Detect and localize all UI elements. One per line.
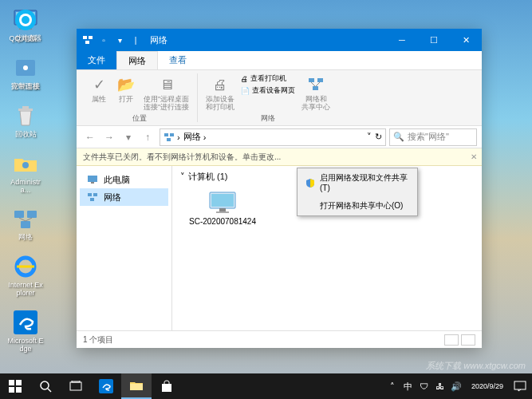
desktop-icon-ie[interactable]: Internet Explorer bbox=[6, 253, 45, 298]
qat-item[interactable]: ▫ bbox=[97, 34, 110, 46]
search-icon: 🔍 bbox=[393, 132, 404, 142]
svg-rect-11 bbox=[27, 211, 37, 218]
ribbon-group-label: 网络 bbox=[261, 113, 275, 124]
taskbar: ˄ 中 🛡 🖧 🔊 2020/9/29 bbox=[0, 373, 532, 399]
start-button[interactable] bbox=[0, 373, 30, 399]
svg-line-13 bbox=[19, 218, 26, 221]
search-button[interactable] bbox=[30, 373, 61, 399]
menu-open-center[interactable]: 打开网络和共享中心(O) bbox=[298, 196, 417, 215]
svg-rect-23 bbox=[89, 36, 93, 39]
computer-item[interactable]: SC-202007081424 bbox=[187, 191, 258, 226]
menu-enable-discovery[interactable]: 启用网络发现和文件共享(T) bbox=[298, 168, 417, 196]
desktop-icon-admin[interactable]: Administra... bbox=[6, 150, 45, 195]
ribbon-view-printers[interactable]: 🖨查看打印机 bbox=[241, 73, 295, 84]
svg-rect-48 bbox=[70, 382, 81, 390]
breadcrumb-seg[interactable]: 网络 › bbox=[183, 131, 207, 143]
svg-line-29 bbox=[316, 82, 320, 86]
tray-shield-icon[interactable]: 🛡 bbox=[419, 381, 430, 392]
ribbon-network-center[interactable]: 网络和 共享中心 bbox=[300, 73, 332, 113]
taskbar-edge[interactable] bbox=[91, 373, 121, 399]
edge-icon bbox=[12, 309, 39, 336]
svg-point-46 bbox=[41, 381, 49, 389]
breadcrumb-root[interactable]: › bbox=[164, 132, 180, 142]
desktop-icon-broadband[interactable]: 宽带连接 bbox=[6, 54, 45, 91]
network-small-icon bbox=[81, 34, 94, 46]
desktop-icon-network[interactable]: 网络 bbox=[6, 205, 45, 242]
tray-chevron-up-icon[interactable]: ˄ bbox=[387, 381, 398, 392]
svg-rect-49 bbox=[72, 381, 80, 382]
ribbon-open[interactable]: 📂 打开 bbox=[115, 73, 137, 113]
user-folder-icon bbox=[12, 150, 39, 177]
address-bar-row: ← → ▾ ↑ › 网络 › ˅ ↻ 🔍 搜索"网络" bbox=[77, 126, 482, 148]
ribbon-group-label: 位置 bbox=[132, 113, 147, 124]
info-bar-close[interactable]: ✕ bbox=[471, 152, 477, 161]
chevron-down-icon: ˅ bbox=[180, 172, 185, 182]
address-refresh[interactable]: ↻ bbox=[375, 132, 382, 142]
action-center-button[interactable] bbox=[508, 373, 532, 399]
ie-icon bbox=[12, 253, 39, 280]
ribbon-add-device[interactable]: 🖨 添加设备 和打印机 bbox=[204, 73, 236, 113]
svg-rect-24 bbox=[85, 41, 89, 44]
svg-rect-16 bbox=[14, 310, 37, 334]
svg-rect-34 bbox=[91, 182, 94, 184]
ribbon-tabs: 文件 网络 查看 bbox=[77, 51, 482, 70]
svg-rect-22 bbox=[83, 36, 87, 39]
desktop-icon-recycle-bin[interactable]: 回收站 bbox=[6, 102, 45, 139]
info-bar-text: 文件共享已关闭。看不到网络计算机和设备。单击更改... bbox=[83, 152, 281, 163]
nav-forward[interactable]: → bbox=[100, 128, 118, 146]
taskbar-explorer[interactable] bbox=[121, 373, 152, 399]
svg-rect-8 bbox=[22, 106, 29, 109]
svg-rect-42 bbox=[9, 380, 14, 385]
explorer-window: ▫ ▾ | 网络 ─ ☐ ✕ 文件 网络 查看 ✓ 属性 📂 打开 bbox=[77, 29, 482, 348]
ribbon-view-devpage[interactable]: 📄查看设备网页 bbox=[241, 85, 295, 96]
address-dropdown[interactable]: ˅ bbox=[367, 132, 372, 142]
minimize-button[interactable]: ─ bbox=[386, 29, 418, 51]
svg-rect-10 bbox=[14, 211, 24, 218]
svg-point-21 bbox=[23, 65, 28, 70]
quick-access-toolbar: ▫ ▾ | bbox=[77, 34, 147, 46]
ribbon-rdp[interactable]: 🖥 使用"远程桌面 连接"进行连接 bbox=[142, 73, 191, 113]
nav-up[interactable]: ↑ bbox=[139, 128, 156, 146]
titlebar[interactable]: ▫ ▾ | 网络 ─ ☐ ✕ bbox=[77, 29, 482, 51]
svg-rect-27 bbox=[313, 86, 318, 90]
ribbon: ✓ 属性 📂 打开 🖥 使用"远程桌面 连接"进行连接 位置 🖨 添加设备 和打… bbox=[77, 70, 482, 126]
qq-icon bbox=[12, 6, 39, 34]
task-view-button[interactable] bbox=[61, 373, 91, 399]
close-button[interactable]: ✕ bbox=[450, 29, 482, 51]
svg-rect-39 bbox=[211, 194, 234, 207]
maximize-button[interactable]: ☐ bbox=[418, 29, 450, 51]
rdp-icon: 🖥 bbox=[157, 75, 176, 94]
main-pane[interactable]: ˅ 计算机 (1) SC-202007081424 启用网络发现和文件共享(T)… bbox=[172, 166, 482, 330]
network-icon bbox=[86, 191, 99, 203]
svg-rect-52 bbox=[514, 381, 526, 389]
qat-separator: | bbox=[129, 34, 142, 46]
view-icons[interactable] bbox=[461, 334, 475, 346]
svg-rect-26 bbox=[317, 78, 323, 82]
tab-file[interactable]: 文件 bbox=[77, 51, 116, 69]
sidebar-item-this-pc[interactable]: 此电脑 bbox=[80, 171, 168, 188]
taskbar-clock[interactable]: 2020/9/29 bbox=[467, 382, 508, 391]
svg-line-28 bbox=[311, 82, 315, 86]
taskbar-store[interactable] bbox=[152, 373, 182, 399]
info-bar[interactable]: 文件共享已关闭。看不到网络计算机和设备。单击更改... ✕ bbox=[77, 148, 482, 166]
nav-recent[interactable]: ▾ bbox=[120, 128, 137, 146]
tray-ime[interactable]: 中 bbox=[403, 381, 414, 392]
tab-network[interactable]: 网络 bbox=[116, 51, 158, 69]
nav-back[interactable]: ← bbox=[81, 128, 99, 146]
svg-point-9 bbox=[22, 162, 29, 168]
tray-network-icon[interactable]: 🖧 bbox=[435, 381, 446, 392]
shield-icon bbox=[305, 178, 315, 188]
svg-rect-35 bbox=[88, 193, 92, 196]
desktop-icon-qq[interactable]: QQ浏览器 bbox=[6, 6, 45, 43]
search-box[interactable]: 🔍 搜索"网络" bbox=[389, 128, 477, 146]
svg-rect-32 bbox=[167, 138, 171, 141]
desktop-icon-edge[interactable]: Microsoft Edge bbox=[6, 309, 45, 354]
ribbon-properties[interactable]: ✓ 属性 bbox=[88, 73, 110, 113]
tab-view[interactable]: 查看 bbox=[158, 51, 198, 69]
tray-volume-icon[interactable]: 🔊 bbox=[451, 381, 462, 392]
qat-item[interactable]: ▾ bbox=[113, 34, 126, 46]
view-details[interactable] bbox=[444, 334, 459, 346]
sidebar-item-network[interactable]: 网络 bbox=[80, 188, 168, 206]
address-bar[interactable]: › 网络 › ˅ ↻ bbox=[160, 128, 386, 146]
svg-rect-51 bbox=[130, 384, 143, 390]
